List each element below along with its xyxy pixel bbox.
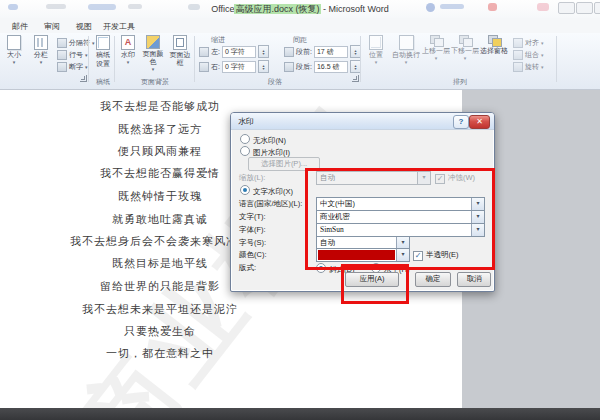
cancel-button[interactable]: 取消 [457, 272, 491, 287]
dialog-close-button[interactable]: ✕ [469, 115, 490, 129]
line-numbers-icon [57, 50, 67, 60]
window-title-highlight: 高级应用.docx (恢复) [234, 4, 320, 14]
language-label: 语言(国家/地区)(L): [239, 199, 302, 209]
ribbon: 大小 ▾ 分栏 ▾ 分隔符▾ 行号▾ 断字▾ 稿纸 设置 稿纸 A 水印 ▾ 页… [0, 33, 600, 90]
chevron-down-icon: ▾ [405, 60, 408, 64]
indent-right-icon [199, 62, 209, 72]
doc-line: 只要热爱生命 [0, 324, 320, 339]
annotation-box-apply-button [341, 264, 409, 304]
title-bar: Office高级应用.docx (恢复) - Microsoft Word [0, 0, 600, 18]
chevron-down-icon: ▾ [541, 53, 544, 57]
indent-right-row: 右: 0 字符 ▴▾ [199, 60, 269, 73]
page-size-button[interactable]: 大小 ▾ [2, 35, 26, 64]
manuscript-icon [96, 35, 110, 50]
group-label-manuscript: 稿纸 [91, 77, 115, 87]
chevron-down-icon: ▾ [464, 56, 467, 60]
doc-line: 我不去想未来是平坦还是泥泞 [0, 302, 320, 317]
radio-icon [240, 134, 250, 144]
bring-forward-button[interactable]: 上移一层 ▾ [422, 35, 450, 60]
window-title: Office高级应用.docx (恢复) - Microsoft Word [0, 3, 600, 16]
spinner-down-icon: ▾ [354, 52, 356, 55]
wrap-text-button[interactable]: 自动换行 ▾ [391, 35, 421, 64]
tab-review[interactable]: 审阅 [44, 21, 60, 32]
align-button[interactable]: 对齐▾ [513, 38, 544, 48]
tab-mailings[interactable]: 邮件 [12, 21, 28, 32]
close-icon: ✕ [476, 117, 483, 126]
page-borders-icon [173, 35, 187, 50]
dialog-title-bar[interactable]: 水印 ? ✕ [231, 113, 494, 130]
chevron-down-icon: ▾ [435, 56, 438, 60]
columns-icon [34, 35, 48, 50]
spacing-after-row: 段后: 16.5 磅 ▴▾ [284, 60, 361, 73]
radio-no-watermark[interactable]: 无水印(N) [240, 134, 286, 146]
chevron-down-icon: ▾ [13, 60, 16, 64]
size-label: 字号(S): [239, 238, 266, 248]
position-button[interactable]: 位置 ▾ [363, 35, 389, 64]
font-label: 字体(F): [239, 225, 266, 235]
send-backward-icon [459, 35, 472, 46]
group-label-paragraph: 段落 [210, 77, 340, 87]
indent-left-icon [199, 47, 209, 57]
indent-left-stepper[interactable]: ▴▾ [258, 45, 269, 58]
tab-view[interactable]: 视图 [76, 21, 92, 32]
doc-line: 一切，都在意料之中 [0, 346, 320, 361]
radio-text-watermark[interactable]: 文字水印(X) [240, 185, 293, 197]
spacing-header: 间距 [293, 35, 307, 45]
chevron-down-icon: ▾ [40, 60, 43, 64]
minimize-button[interactable] [558, 2, 575, 14]
hyphenation-button[interactable]: 断字▾ [57, 62, 88, 72]
help-button[interactable]: ? [453, 115, 469, 129]
spinner-down-icon: ▾ [354, 67, 356, 70]
chevron-down-icon: ▾ [541, 65, 544, 69]
line-numbers-button[interactable]: 行号▾ [57, 50, 88, 60]
page-setup-dialog-launcher-icon[interactable] [80, 75, 87, 82]
spacing-before-icon [284, 47, 294, 57]
indent-left-row: 左: 0 字符 ▴▾ [199, 45, 269, 58]
page-color-icon [146, 35, 160, 49]
group-objects-icon [513, 50, 523, 60]
chevron-down-icon: ▾ [152, 67, 155, 71]
send-backward-button[interactable]: 下移一层 ▾ [451, 35, 479, 60]
page-borders-button[interactable]: 页面边框 [167, 35, 193, 67]
chevron-down-icon: ▾ [127, 60, 130, 64]
indent-right-input[interactable]: 0 字符 [222, 61, 256, 73]
spinner-down-icon: ▾ [262, 67, 264, 70]
maximize-button[interactable] [576, 2, 593, 14]
manuscript-setup-button[interactable]: 稿纸 设置 [91, 35, 115, 68]
word-window: Office高级应用.docx (恢复) - Microsoft Word 邮件… [0, 0, 600, 420]
group-objects-button[interactable]: 组合▾ [513, 50, 544, 60]
rotate-button[interactable]: 旋转▾ [513, 62, 544, 72]
indent-right-stepper[interactable]: ▴▾ [258, 60, 269, 73]
hyphenation-icon [57, 62, 67, 72]
wrap-text-icon [399, 35, 414, 50]
indent-left-input[interactable]: 0 字符 [222, 46, 256, 58]
radio-icon [240, 146, 250, 156]
ok-button[interactable]: 确定 [415, 272, 451, 287]
breaks-icon [57, 38, 67, 48]
annotation-box-text-watermark-settings [305, 168, 495, 270]
spacing-before-row: 段前: 17 磅 ▴▾ [284, 45, 361, 58]
page-color-button[interactable]: 页面颜色 ▾ [140, 35, 166, 71]
scale-label: 缩放(L): [239, 173, 265, 183]
paragraph-dialog-launcher-icon[interactable] [352, 75, 359, 82]
spacing-before-input[interactable]: 17 磅 [314, 46, 348, 58]
selection-pane-icon [488, 35, 501, 46]
spacing-after-input[interactable]: 16.5 磅 [314, 61, 348, 73]
align-icon [513, 38, 523, 48]
window-title-prefix: Office [211, 4, 234, 14]
page-size-icon [7, 35, 21, 50]
close-window-button[interactable] [594, 2, 600, 14]
dialog-title: 水印 [238, 116, 254, 127]
watermark-button[interactable]: A 水印 ▾ [117, 35, 139, 64]
chevron-down-icon: ▾ [541, 41, 544, 45]
chevron-down-icon: ▾ [375, 60, 378, 64]
group-label-page-background: 页面背景 [116, 77, 194, 87]
watermark-icon: A [121, 35, 135, 50]
columns-button[interactable]: 分栏 ▾ [29, 35, 53, 64]
tab-developer[interactable]: 开发工具 [103, 21, 135, 32]
selection-pane-button[interactable]: 选择窗格 [480, 35, 508, 55]
indent-header: 缩进 [211, 35, 225, 45]
bring-forward-icon [430, 35, 443, 46]
group-label-arrange: 排列 [410, 77, 510, 87]
layout-label: 版式: [239, 263, 256, 273]
